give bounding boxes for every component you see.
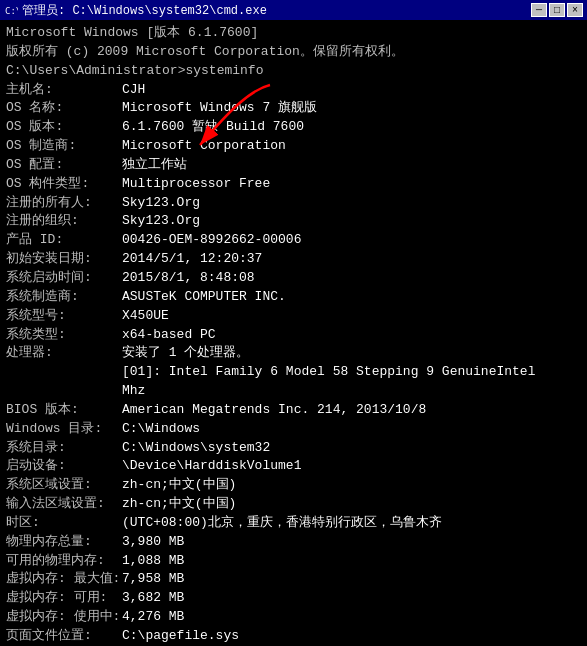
terminal-line: OS 版本:6.1.7600 暂缺 Build 7600 [6, 118, 581, 137]
line-label: OS 名称: [6, 99, 122, 118]
line-value: 2015/8/1, 8:48:08 [122, 269, 255, 288]
terminal-line: 时区:(UTC+08:00)北京，重庆，香港特别行政区，乌鲁木齐 [6, 514, 581, 533]
line-label: 启动设备: [6, 457, 122, 476]
terminal-line: 产品 ID:00426-OEM-8992662-00006 [6, 231, 581, 250]
line-label: 可用的物理内存: [6, 552, 122, 571]
title-bar: C:\ 管理员: C:\Windows\system32\cmd.exe ─ □… [0, 0, 587, 20]
terminal-line: Microsoft Windows [版本 6.1.7600] [6, 24, 581, 43]
close-button[interactable]: × [567, 3, 583, 17]
line-label: 页面文件位置: [6, 627, 122, 646]
terminal-line: 虚拟内存: 使用中:4,276 MB [6, 608, 581, 627]
line-label: 虚拟内存: 最大值: [6, 570, 122, 589]
line-value: 1,088 MB [122, 552, 184, 571]
line-label: 系统区域设置: [6, 476, 122, 495]
line-label: 注册的组织: [6, 212, 122, 231]
line-label: 产品 ID: [6, 231, 122, 250]
line-label: 处理器: [6, 344, 122, 363]
line-value: (UTC+08:00)北京，重庆，香港特别行政区，乌鲁木齐 [122, 514, 442, 533]
line-value: 3,682 MB [122, 589, 184, 608]
terminal-line: 系统目录:C:\Windows\system32 [6, 439, 581, 458]
line-label: OS 配置: [6, 156, 122, 175]
line-value: ASUSTeK COMPUTER INC. [122, 288, 286, 307]
line-label: OS 构件类型: [6, 175, 122, 194]
terminal-line: Mhz [6, 382, 581, 401]
terminal-line: 虚拟内存: 最大值:7,958 MB [6, 570, 581, 589]
terminal-line: 版权所有 (c) 2009 Microsoft Corporation。保留所有… [6, 43, 581, 62]
terminal-line: BIOS 版本:American Megatrends Inc. 214, 20… [6, 401, 581, 420]
line-value: x64-based PC [122, 326, 216, 345]
line-label: OS 制造商: [6, 137, 122, 156]
terminal-line: 虚拟内存: 可用:3,682 MB [6, 589, 581, 608]
line-label: 初始安装日期: [6, 250, 122, 269]
line-value: 4,276 MB [122, 608, 184, 627]
line-value: Sky123.Org [122, 194, 200, 213]
terminal-line: 输入法区域设置:zh-cn;中文(中国) [6, 495, 581, 514]
terminal-line: 启动设备:\Device\HarddiskVolume1 [6, 457, 581, 476]
line-label: 系统目录: [6, 439, 122, 458]
terminal-line: 注册的所有人:Sky123.Org [6, 194, 581, 213]
line-label: Windows 目录: [6, 420, 122, 439]
terminal-line: OS 名称:Microsoft Windows 7 旗舰版 [6, 99, 581, 118]
terminal-line: 页面文件位置:C:\pagefile.sys [6, 627, 581, 646]
line-value: [01]: Intel Family 6 Model 58 Stepping 9… [122, 363, 535, 382]
terminal-line: 注册的组织:Sky123.Org [6, 212, 581, 231]
terminal-line: 系统制造商:ASUSTeK COMPUTER INC. [6, 288, 581, 307]
terminal-line: OS 构件类型:Multiprocessor Free [6, 175, 581, 194]
line-label: 虚拟内存: 可用: [6, 589, 122, 608]
line-value: Multiprocessor Free [122, 175, 270, 194]
line-label: 系统类型: [6, 326, 122, 345]
terminal-line: 可用的物理内存:1,088 MB [6, 552, 581, 571]
line-label [6, 382, 122, 401]
terminal-line: 系统启动时间:2015/8/1, 8:48:08 [6, 269, 581, 288]
line-value: zh-cn;中文(中国) [122, 476, 236, 495]
window-title: 管理员: C:\Windows\system32\cmd.exe [22, 2, 267, 19]
line-value: 7,958 MB [122, 570, 184, 589]
terminal-content: Microsoft Windows [版本 6.1.7600]版权所有 (c) … [0, 20, 587, 646]
line-label: 系统制造商: [6, 288, 122, 307]
line-value: 安装了 1 个处理器。 [122, 344, 249, 363]
line-label: 系统型号: [6, 307, 122, 326]
terminal-line: 系统类型:x64-based PC [6, 326, 581, 345]
cmd-icon: C:\ [4, 3, 18, 17]
line-value: C:\Windows\system32 [122, 439, 270, 458]
minimize-button[interactable]: ─ [531, 3, 547, 17]
line-value: CJH [122, 81, 145, 100]
line-value: C:\pagefile.sys [122, 627, 239, 646]
terminal-line: OS 配置:独立工作站 [6, 156, 581, 175]
maximize-button[interactable]: □ [549, 3, 565, 17]
terminal-line: 主机名:CJH [6, 81, 581, 100]
line-value: 2014/5/1, 12:20:37 [122, 250, 262, 269]
line-value: zh-cn;中文(中国) [122, 495, 236, 514]
line-label: 时区: [6, 514, 122, 533]
terminal-line: C:\Users\Administrator>systeminfo [6, 62, 581, 81]
line-value: \Device\HarddiskVolume1 [122, 457, 301, 476]
terminal-line: OS 制造商:Microsoft Corporation [6, 137, 581, 156]
line-label: 系统启动时间: [6, 269, 122, 288]
line-value: X450UE [122, 307, 169, 326]
line-label: 虚拟内存: 使用中: [6, 608, 122, 627]
line-label: 输入法区域设置: [6, 495, 122, 514]
line-label: BIOS 版本: [6, 401, 122, 420]
line-value: 00426-OEM-8992662-00006 [122, 231, 301, 250]
line-value: Microsoft Corporation [122, 137, 286, 156]
line-value: Microsoft Windows 7 旗舰版 [122, 99, 317, 118]
line-value: Sky123.Org [122, 212, 200, 231]
terminal-line: Windows 目录:C:\Windows [6, 420, 581, 439]
line-value: C:\Windows [122, 420, 200, 439]
line-value: American Megatrends Inc. 214, 2013/10/8 [122, 401, 426, 420]
line-label: 物理内存总量: [6, 533, 122, 552]
line-label: 主机名: [6, 81, 122, 100]
line-value: Mhz [122, 382, 145, 401]
terminal-line: 系统区域设置:zh-cn;中文(中国) [6, 476, 581, 495]
line-value: 3,980 MB [122, 533, 184, 552]
line-value: 独立工作站 [122, 156, 187, 175]
terminal-line: 初始安装日期:2014/5/1, 12:20:37 [6, 250, 581, 269]
terminal-line: 系统型号:X450UE [6, 307, 581, 326]
svg-text:C:\: C:\ [5, 6, 18, 16]
terminal-line: [01]: Intel Family 6 Model 58 Stepping 9… [6, 363, 581, 382]
line-label: 注册的所有人: [6, 194, 122, 213]
terminal-line: 处理器:安装了 1 个处理器。 [6, 344, 581, 363]
terminal-line: 物理内存总量:3,980 MB [6, 533, 581, 552]
line-label [6, 363, 122, 382]
line-label: OS 版本: [6, 118, 122, 137]
